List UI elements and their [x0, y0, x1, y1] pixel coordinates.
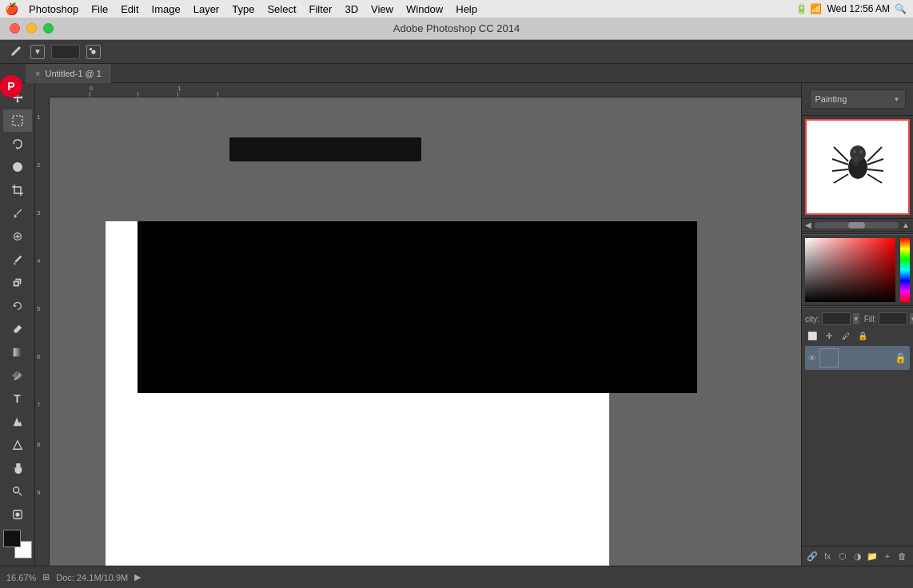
crop-tool[interactable] [3, 179, 32, 201]
lasso-tool[interactable] [3, 133, 32, 155]
menu-photoshop[interactable]: Photoshop [22, 0, 85, 18]
lock-icon: 🔒 [895, 352, 907, 364]
svg-point-20 [859, 150, 863, 153]
svg-rect-2 [13, 116, 22, 125]
menu-edit[interactable]: Edit [114, 0, 145, 18]
gradient-tool[interactable] [3, 341, 32, 364]
layer-row[interactable]: 👁 🔒 [805, 346, 910, 370]
layer-visibility-icon[interactable]: 👁 [808, 354, 816, 363]
maximize-button[interactable] [43, 23, 54, 34]
healing-brush-tool[interactable] [3, 225, 32, 248]
layer-lock-pos-icon[interactable]: ✛ [822, 328, 836, 343]
apple-menu[interactable]: 🍎 [0, 0, 22, 18]
menu-window[interactable]: Window [400, 0, 449, 18]
new-group-icon[interactable]: 📁 [865, 549, 880, 563]
layer-lock-icon[interactable]: 🔒 [855, 328, 870, 343]
svg-point-0 [90, 47, 93, 50]
delete-layer-icon[interactable]: 🗑 [895, 549, 910, 563]
adjustment-icon[interactable]: ◑ [850, 549, 865, 563]
scroll-right-arrow[interactable]: ▲ [902, 220, 910, 229]
hue-strip[interactable] [900, 238, 910, 302]
svg-point-8 [15, 512, 19, 516]
preview-image [826, 131, 890, 203]
app-title: Adobe Photoshop CC 2014 [393, 22, 520, 34]
preview-panel [802, 116, 913, 219]
document-tab[interactable]: × Untitled-1 @ 1 [26, 64, 112, 83]
marquee-tool[interactable] [3, 109, 32, 132]
status-icons: 🔋 📶 [795, 3, 822, 14]
close-button[interactable] [10, 23, 20, 34]
status-bar-left: 16.67% ⊞ Doc: 24.1M/10.9M ▶ [6, 572, 141, 582]
opacity-controls: city: 100% ▼ Fill: 100% ▼ [805, 312, 910, 325]
brush-tool[interactable] [3, 248, 32, 271]
fill-label: Fill: [864, 315, 877, 324]
color-swatch-area [3, 530, 32, 558]
menu-file[interactable]: File [85, 0, 114, 18]
view-toggle-icon[interactable]: ⊞ [42, 572, 50, 582]
opacity-input[interactable]: 100% [822, 312, 851, 325]
tools-sidebar: T [0, 83, 35, 566]
hand-tool[interactable] [3, 457, 32, 479]
eyedropper-tool[interactable] [3, 202, 32, 224]
menu-type[interactable]: Type [225, 0, 261, 18]
tab-label: Untitled-1 @ 1 [45, 69, 101, 78]
svg-point-1 [91, 50, 95, 54]
brush-options-icon[interactable] [85, 43, 102, 61]
pen-tool[interactable] [3, 364, 32, 387]
menu-filter[interactable]: Filter [303, 0, 339, 18]
selection-bar [229, 137, 421, 161]
menu-bar: 🍎 Photoshop File Edit Image Layer Type S… [0, 0, 913, 18]
color-picker-row [805, 238, 910, 302]
window-controls [10, 23, 54, 34]
layers-panel: city: 100% ▼ Fill: 100% ▼ ⬜ ✛ 🖊 🔒 👁 🔒 [802, 309, 913, 546]
link-layers-icon[interactable]: 🔗 [805, 549, 820, 563]
quick-selection-tool[interactable] [3, 156, 32, 178]
menu-image[interactable]: Image [146, 0, 187, 18]
type-tool[interactable]: T [3, 387, 32, 410]
add-mask-icon[interactable]: ⬡ [835, 549, 850, 563]
clone-stamp-tool[interactable] [3, 272, 32, 294]
doc-arrow[interactable]: ▶ [134, 572, 141, 582]
path-selection-tool[interactable] [3, 411, 32, 433]
horizontal-scrollbar[interactable] [815, 222, 899, 228]
color-panel [802, 235, 913, 306]
menu-3d[interactable]: 3D [338, 0, 365, 18]
brush-preset-icon[interactable]: ▼ [29, 43, 46, 61]
opacity-label: city: [805, 315, 819, 324]
fx-icon[interactable]: fx [820, 549, 835, 563]
color-gradient-picker[interactable] [805, 238, 895, 302]
menu-select[interactable]: Select [261, 0, 302, 18]
shape-tool[interactable] [3, 434, 32, 456]
menu-view[interactable]: View [365, 0, 400, 18]
menu-help[interactable]: Help [449, 0, 484, 18]
search-icon-menu[interactable]: 🔍 [895, 3, 907, 14]
layer-lock-all-icon[interactable]: ⬜ [805, 328, 819, 343]
foreground-color-swatch[interactable] [3, 530, 21, 547]
svg-point-21 [852, 157, 859, 166]
menu-layer[interactable]: Layer [187, 0, 226, 18]
layer-lock-art-icon[interactable]: 🖊 [839, 328, 853, 343]
brush-tool-icon[interactable] [6, 43, 24, 61]
quick-mask-tool[interactable] [3, 503, 32, 526]
canvas-content[interactable] [50, 97, 801, 566]
svg-marker-5 [13, 441, 22, 450]
svg-line-18 [867, 174, 882, 183]
menu-clock: Wed 12:56 AM [827, 3, 891, 14]
fill-dropdown[interactable]: ▼ [910, 313, 913, 324]
svg-line-17 [867, 169, 883, 171]
minimize-button[interactable] [26, 23, 37, 34]
svg-line-11 [834, 147, 848, 161]
scroll-left-arrow[interactable]: ◀ [805, 220, 811, 229]
history-brush-tool[interactable] [3, 295, 32, 317]
fill-input[interactable]: 100% [879, 312, 907, 325]
new-layer-icon[interactable]: + [880, 549, 895, 563]
workspace-selector[interactable]: Painting [810, 89, 906, 109]
zoom-tool[interactable] [3, 480, 32, 503]
brush-size-input[interactable]: 68 [51, 45, 80, 59]
eraser-tool[interactable] [3, 318, 32, 340]
opacity-dropdown[interactable]: ▼ [853, 313, 859, 324]
dark-overlay-layer [805, 238, 895, 302]
layer-property-icons: ⬜ ✛ 🖊 🔒 [805, 328, 910, 343]
pinterest-icon: P [0, 75, 22, 97]
layer-thumbnail [819, 348, 839, 368]
